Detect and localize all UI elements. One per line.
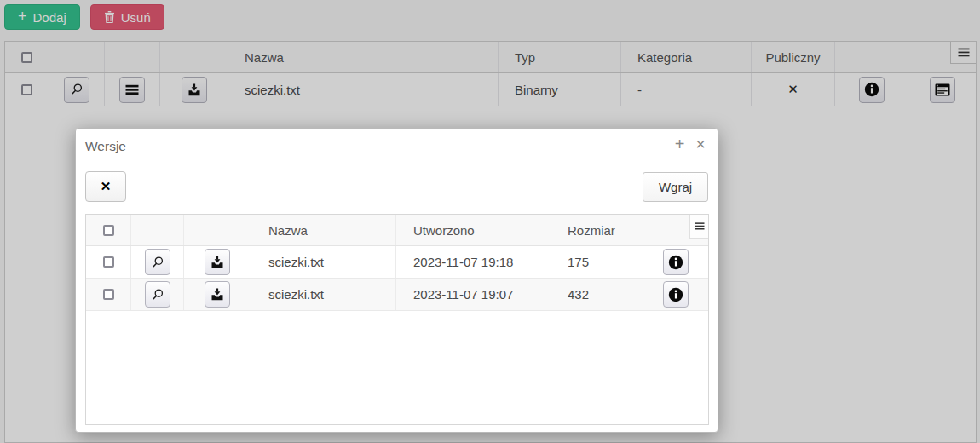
upload-button[interactable]: Wgraj — [643, 172, 708, 202]
vheader-preview-column — [131, 215, 184, 245]
info-icon — [668, 255, 683, 270]
version-row[interactable]: sciezki.txt 2023-11-07 19:18 175 — [86, 246, 708, 279]
maximize-icon[interactable]: + — [675, 135, 685, 152]
version-size: 175 — [551, 246, 643, 278]
vheader-created: Utworzono — [396, 215, 551, 245]
hamburger-icon — [695, 222, 705, 230]
modal-window-controls: + × — [675, 135, 706, 152]
versions-table: Nazwa Utworzono Rozmiar — [85, 214, 709, 425]
close-icon[interactable]: × — [695, 135, 706, 152]
version-preview-button[interactable] — [145, 249, 170, 275]
download-icon — [210, 256, 224, 268]
versions-table-header: Nazwa Utworzono Rozmiar — [86, 215, 708, 246]
vheader-size: Rozmiar — [551, 215, 643, 245]
version-preview-button[interactable] — [145, 281, 170, 308]
version-info-button[interactable] — [663, 249, 689, 275]
modal-title: Wersje — [85, 139, 126, 154]
version-info-button[interactable] — [663, 281, 689, 308]
version-download-button[interactable] — [205, 249, 230, 275]
versions-modal: Wersje + × ✕ Wgraj Nazwa Utworzono Rozmi… — [75, 128, 718, 433]
vheader-name: Nazwa — [251, 215, 396, 245]
download-icon — [210, 288, 224, 301]
version-checkbox[interactable] — [103, 289, 114, 300]
version-name: sciezki.txt — [251, 246, 396, 278]
version-name: sciezki.txt — [251, 279, 396, 310]
version-created: 2023-11-07 19:07 — [396, 279, 551, 310]
version-row[interactable]: sciezki.txt 2023-11-07 19:07 432 — [86, 279, 708, 311]
version-size: 432 — [551, 279, 643, 310]
search-icon — [151, 288, 164, 302]
upload-button-label: Wgraj — [659, 180, 692, 194]
version-created: 2023-11-07 19:18 — [396, 246, 551, 278]
info-icon — [668, 287, 683, 302]
clear-selection-button[interactable]: ✕ — [85, 171, 126, 202]
versions-column-chooser-button[interactable] — [689, 215, 708, 239]
version-checkbox[interactable] — [103, 256, 114, 268]
vheader-download-column — [184, 215, 251, 245]
version-download-button[interactable] — [205, 281, 230, 308]
x-icon: ✕ — [101, 179, 112, 194]
versions-select-all-checkbox[interactable] — [103, 225, 114, 236]
search-icon — [151, 256, 164, 269]
